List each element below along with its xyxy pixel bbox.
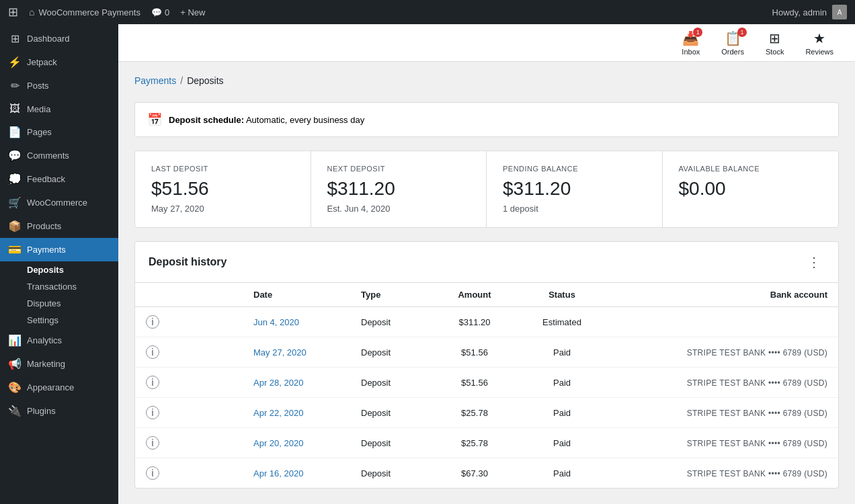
sidebar-item-label: Marketing bbox=[27, 359, 65, 369]
stat-last-deposit-label: LAST DEPOSIT bbox=[151, 165, 294, 173]
deposit-history-card: Deposit history ⋮ Date Type Amount Statu… bbox=[134, 241, 839, 489]
sidebar-subitem-transactions[interactable]: Transactions bbox=[24, 278, 118, 295]
more-options-button[interactable]: ⋮ bbox=[803, 253, 825, 271]
posts-icon: ✏ bbox=[8, 79, 22, 92]
row-date-link[interactable]: Apr 16, 2020 bbox=[253, 468, 303, 478]
row-type: Deposit bbox=[350, 307, 431, 337]
row-date-link[interactable]: Apr 28, 2020 bbox=[253, 378, 303, 388]
new-link[interactable]: + New bbox=[180, 7, 205, 17]
stat-pending-balance: PENDING BALANCE $311.20 1 deposit bbox=[487, 151, 663, 227]
site-name[interactable]: ⌂ WooCommerce Payments bbox=[29, 7, 140, 17]
sidebar-item-media[interactable]: 🖼 Media bbox=[0, 97, 118, 120]
row-status: Paid bbox=[518, 368, 606, 398]
row-date-link[interactable]: May 27, 2020 bbox=[253, 347, 307, 358]
stat-last-deposit-sub: May 27, 2020 bbox=[151, 204, 294, 214]
table-row: i Apr 16, 2020 Deposit $67.30 Paid STRIP… bbox=[135, 458, 838, 489]
row-date: Jun 4, 2020 bbox=[243, 307, 350, 337]
history-title: Deposit history bbox=[149, 256, 227, 268]
col-header-amount: Amount bbox=[431, 283, 518, 307]
col-header-status: Status bbox=[518, 283, 606, 307]
sidebar-item-marketing[interactable]: 📢 Marketing bbox=[0, 352, 118, 376]
reviews-icon: ★ bbox=[813, 30, 825, 46]
stat-next-deposit-label: NEXT DEPOSIT bbox=[327, 165, 471, 173]
sidebar-item-label: Products bbox=[27, 221, 61, 231]
sidebar-item-label: Analytics bbox=[27, 335, 62, 345]
stat-available-value: $0.00 bbox=[679, 178, 823, 200]
sidebar-item-jetpack[interactable]: ⚡ Jetpack bbox=[0, 50, 118, 74]
stat-available-label: AVAILABLE BALANCE bbox=[679, 165, 823, 173]
row-info-icon[interactable]: i bbox=[135, 428, 243, 458]
sidebar-item-label: Jetpack bbox=[27, 57, 57, 67]
row-amount: $311.20 bbox=[431, 307, 518, 337]
orders-button[interactable]: 📋 1 Orders bbox=[713, 28, 752, 58]
col-header-date bbox=[135, 283, 243, 307]
row-type: Deposit bbox=[350, 368, 431, 398]
row-info-icon[interactable]: i bbox=[135, 307, 243, 337]
sidebar-item-dashboard[interactable]: ⊞ Dashboard bbox=[0, 27, 118, 50]
row-bank: STRIPE TEST BANK •••• 6789 (USD) bbox=[606, 398, 838, 428]
breadcrumb-current: Deposits bbox=[187, 75, 223, 86]
row-status: Paid bbox=[518, 337, 606, 368]
avatar: A bbox=[832, 5, 847, 19]
sidebar-item-products[interactable]: 📦 Products bbox=[0, 214, 118, 238]
row-info-icon[interactable]: i bbox=[135, 368, 243, 398]
stat-next-deposit-value: $311.20 bbox=[327, 178, 471, 200]
comments-link[interactable]: 💬 0 bbox=[151, 7, 169, 17]
row-amount: $51.56 bbox=[431, 337, 518, 368]
comments-icon: 💬 bbox=[8, 149, 22, 162]
row-date-link[interactable]: Apr 20, 2020 bbox=[253, 438, 303, 448]
deposit-history-table: Date Type Amount Status Bank account i J… bbox=[135, 283, 838, 488]
sidebar-item-label: Comments bbox=[27, 151, 69, 161]
row-bank: STRIPE TEST BANK •••• 6789 (USD) bbox=[606, 458, 838, 489]
row-date: Apr 16, 2020 bbox=[243, 458, 350, 489]
inbox-badge: 1 bbox=[693, 28, 702, 37]
sidebar-item-appearance[interactable]: 🎨 Appearance bbox=[0, 376, 118, 399]
row-status: Estimated bbox=[518, 307, 606, 337]
page-content: Payments / Deposits 📅 Deposit schedule: … bbox=[118, 62, 855, 504]
row-type: Deposit bbox=[350, 458, 431, 489]
sidebar-item-pages[interactable]: 📄 Pages bbox=[0, 120, 118, 144]
sidebar-item-analytics[interactable]: 📊 Analytics bbox=[0, 329, 118, 352]
sidebar-item-woocommerce[interactable]: 🛒 WooCommerce bbox=[0, 191, 118, 214]
reviews-button[interactable]: ★ Reviews bbox=[797, 28, 842, 58]
table-row: i Jun 4, 2020 Deposit $311.20 Estimated bbox=[135, 307, 838, 337]
payments-icon: 💳 bbox=[8, 243, 22, 256]
row-info-icon[interactable]: i bbox=[135, 398, 243, 428]
row-date-link[interactable]: Jun 4, 2020 bbox=[253, 317, 299, 327]
sidebar-item-comments[interactable]: 💬 Comments bbox=[0, 144, 118, 167]
row-type: Deposit bbox=[350, 337, 431, 368]
row-info-icon[interactable]: i bbox=[135, 458, 243, 489]
row-bank bbox=[606, 307, 838, 337]
sidebar-subitem-disputes[interactable]: Disputes bbox=[24, 295, 118, 312]
sidebar-subitem-deposits[interactable]: Deposits bbox=[24, 261, 118, 278]
breadcrumb-payments-link[interactable]: Payments bbox=[134, 75, 176, 86]
howdy-label: Howdy, admin bbox=[772, 7, 827, 17]
col-header-bank: Bank account bbox=[606, 283, 838, 307]
stock-label: Stock bbox=[766, 48, 784, 56]
payments-submenu: Deposits Transactions Disputes Settings bbox=[0, 261, 118, 329]
row-info-icon[interactable]: i bbox=[135, 337, 243, 368]
jetpack-icon: ⚡ bbox=[8, 56, 22, 69]
row-date-link[interactable]: Apr 22, 2020 bbox=[253, 408, 303, 418]
inbox-button[interactable]: 📥 1 Inbox bbox=[674, 28, 708, 58]
row-bank: STRIPE TEST BANK •••• 6789 (USD) bbox=[606, 428, 838, 458]
products-icon: 📦 bbox=[8, 220, 22, 233]
sidebar-item-payments[interactable]: 💳 Payments bbox=[0, 238, 118, 261]
stat-pending-sub: 1 deposit bbox=[503, 204, 646, 214]
stat-last-deposit-value: $51.56 bbox=[151, 178, 294, 200]
deposit-schedule-banner: 📅 Deposit schedule: Automatic, every bus… bbox=[134, 102, 839, 137]
reviews-label: Reviews bbox=[805, 48, 833, 56]
sidebar-subitem-settings[interactable]: Settings bbox=[24, 312, 118, 329]
sidebar-item-posts[interactable]: ✏ Posts bbox=[0, 74, 118, 97]
col-header-date-label: Date bbox=[243, 283, 350, 307]
row-type: Deposit bbox=[350, 398, 431, 428]
row-status: Paid bbox=[518, 398, 606, 428]
stock-button[interactable]: ⊞ Stock bbox=[758, 28, 792, 58]
sidebar-item-feedback[interactable]: 💭 Feedback bbox=[0, 167, 118, 191]
sidebar-item-label: Posts bbox=[27, 81, 49, 91]
content-area: 📥 1 Inbox 📋 1 Orders ⊞ Stock ★ Reviews bbox=[118, 24, 855, 504]
row-amount: $51.56 bbox=[431, 368, 518, 398]
sidebar-item-plugins[interactable]: 🔌 Plugins bbox=[0, 399, 118, 423]
table-row: i Apr 20, 2020 Deposit $25.78 Paid STRIP… bbox=[135, 428, 838, 458]
main-layout: ⊞ Dashboard ⚡ Jetpack ✏ Posts 🖼 Media 📄 … bbox=[0, 24, 855, 504]
